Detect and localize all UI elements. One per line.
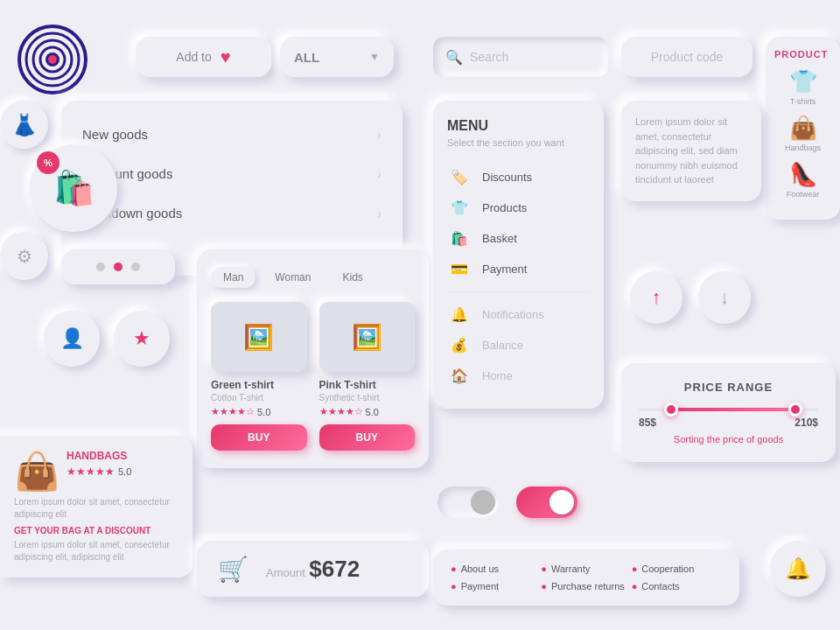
- product-name-1: Green t-shirt: [211, 379, 307, 391]
- product-stars-1: ★★★★☆: [211, 406, 255, 417]
- product-image-1: 🖼️: [211, 302, 307, 372]
- price-max-label: 210$: [794, 416, 818, 429]
- handbag-label: Handbags: [785, 144, 821, 152]
- slider-thumb-max[interactable]: [788, 402, 802, 416]
- footer-about-us[interactable]: ●About us: [451, 564, 541, 574]
- sidebar-title: PRODUCT: [774, 49, 831, 60]
- handbag-promo-icon: 👜: [14, 450, 60, 493]
- home-icon: 🏠: [447, 368, 472, 384]
- nav-payment[interactable]: 💳 Payment: [447, 254, 590, 284]
- price-slider-track: [639, 408, 818, 411]
- product-code-button[interactable]: Product code: [621, 37, 752, 77]
- footer-dot-3: ●: [541, 564, 547, 574]
- price-min-label: 85$: [639, 416, 656, 429]
- products-row: 🖼️ Green t-shirt Cotton T-shirt ★★★★☆ 5.…: [211, 302, 415, 451]
- home-label: Home: [482, 369, 513, 382]
- notifications-label: Notifications: [482, 308, 544, 321]
- payment-label: Payment: [482, 262, 527, 276]
- discount-badge-circle: 🛍️ %: [30, 144, 117, 232]
- nav-notifications[interactable]: 🔔 Notifications: [447, 299, 590, 330]
- new-goods-label: New goods: [82, 127, 148, 142]
- product-card-2: 🖼️ Pink T-shirt Synthetic t-shirt ★★★★☆ …: [319, 302, 416, 451]
- nav-balance[interactable]: 💰 Balance: [447, 330, 590, 360]
- star-icon: ★: [133, 327, 150, 350]
- shirt-icon: 👗: [11, 113, 38, 137]
- chevron-down-icon: ▼: [369, 51, 380, 63]
- handbag-description: Lorem ipsum dolor sit amet, consectetur …: [14, 496, 178, 521]
- footer-warranty[interactable]: ●Warranty: [541, 564, 631, 574]
- sidebar-item-tshirts[interactable]: 👕 T-shirts: [774, 68, 831, 106]
- product-card-1: 🖼️ Green t-shirt Cotton T-shirt ★★★★☆ 5.…: [211, 302, 307, 451]
- discounts-label: Discounts: [482, 171, 532, 184]
- lorem-text: Lorem ipsum dolor sit amet, consectetur …: [635, 115, 747, 187]
- footer-dot-2: ●: [451, 581, 457, 592]
- tshirt-label: T-shirts: [790, 97, 816, 106]
- search-input[interactable]: Search: [470, 50, 508, 64]
- settings-circle[interactable]: ⚙: [0, 232, 48, 280]
- svg-point-5: [48, 55, 57, 64]
- sidebar-item-footwear[interactable]: 👠 Footwear: [774, 161, 831, 199]
- sidebar-item-handbags[interactable]: 👜 Handbags: [774, 115, 831, 152]
- nav-products[interactable]: 👕 Products: [447, 192, 590, 223]
- scroll-up-button[interactable]: ↑: [630, 271, 682, 324]
- product-name-2: Pink T-shirt: [319, 379, 416, 391]
- add-to-wishlist-button[interactable]: Add to ♥: [136, 37, 271, 77]
- product-image-2: 🖼️: [319, 302, 416, 372]
- product-score-2: 5.0: [366, 407, 379, 417]
- search-bar[interactable]: 🔍 Search: [433, 37, 608, 77]
- nav-basket[interactable]: 🛍️ Basket: [447, 223, 590, 254]
- footer-purchase-returns[interactable]: ●Purchase returns: [541, 581, 631, 592]
- filter-tab-kids[interactable]: Kids: [330, 267, 374, 288]
- filter-tabs: Man Woman Kids: [211, 267, 415, 288]
- buy-button-2[interactable]: BUY: [319, 424, 416, 451]
- arrow-right-icon: ›: [377, 167, 382, 181]
- product-img-icon-1: 🖼️: [243, 323, 274, 352]
- arrow-up-icon: ↑: [652, 286, 662, 309]
- footer-dot-4: ●: [541, 581, 547, 592]
- search-icon: 🔍: [445, 49, 463, 66]
- user-circle[interactable]: 👤: [44, 311, 100, 367]
- product-code-label: Product code: [651, 50, 724, 64]
- footer-col-3: ●Cooperation ●Contacts: [632, 564, 722, 592]
- footer-contacts[interactable]: ●Contacts: [632, 581, 722, 592]
- footer-col-1: ●About us ●Payment: [451, 564, 541, 592]
- price-range-title: PRICE RANGE: [639, 381, 818, 394]
- shirt-circle: 👗: [0, 101, 48, 149]
- dropdown-value: ALL: [294, 50, 319, 65]
- scroll-down-button[interactable]: ↓: [698, 271, 751, 324]
- footer-dot-6: ●: [632, 581, 638, 592]
- slider-thumb-min[interactable]: [664, 402, 678, 416]
- nav-home[interactable]: 🏠 Home: [447, 360, 590, 391]
- discounts-icon: 🏷️: [447, 169, 472, 186]
- footer-payment[interactable]: ●Payment: [451, 581, 541, 592]
- dot-2: [114, 262, 122, 271]
- bell-icon: 🔔: [785, 556, 811, 581]
- filter-tab-woman[interactable]: Woman: [262, 267, 323, 288]
- buy-button-1[interactable]: BUY: [211, 424, 307, 451]
- products-label: Products: [482, 201, 527, 214]
- lorem-card: Lorem ipsum dolor sit amet, consectetur …: [621, 101, 761, 201]
- price-labels: 85$ 210$: [639, 416, 818, 429]
- bell-button[interactable]: 🔔: [770, 541, 826, 597]
- nav-discounts[interactable]: 🏷️ Discounts: [447, 162, 590, 192]
- products-grid-card: Man Woman Kids 🖼️ Green t-shirt Cotton T…: [197, 249, 429, 468]
- handbag-cta[interactable]: GET YOUR BAG AT A DISCOUNT: [14, 526, 178, 536]
- product-score-1: 5.0: [257, 407, 270, 417]
- star-circle[interactable]: ★: [114, 311, 170, 367]
- product-type-1: Cotton T-shirt: [211, 393, 307, 402]
- footer-dot-5: ●: [632, 564, 638, 574]
- handbag-stars: ★★★★★: [66, 466, 115, 478]
- category-dropdown[interactable]: ALL ▼: [280, 37, 394, 77]
- handbag-sub-desc: Lorem ipsum dolor sit amet, consectetur …: [14, 539, 178, 564]
- arrow-right-icon: ›: [377, 206, 382, 220]
- dot-3: [131, 262, 140, 271]
- cart-card: 🛒 Amount $672: [197, 541, 429, 597]
- filter-tab-man[interactable]: Man: [211, 267, 256, 288]
- balance-icon: 💰: [447, 337, 472, 354]
- toggle-off[interactable]: [438, 486, 499, 518]
- price-slider-fill: [666, 408, 801, 411]
- toggle-on[interactable]: [516, 486, 578, 518]
- product-img-icon-2: 🖼️: [352, 323, 382, 352]
- footer-cooperation[interactable]: ●Cooperation: [632, 564, 722, 574]
- icon-circles-row: 👤 ★: [44, 311, 170, 367]
